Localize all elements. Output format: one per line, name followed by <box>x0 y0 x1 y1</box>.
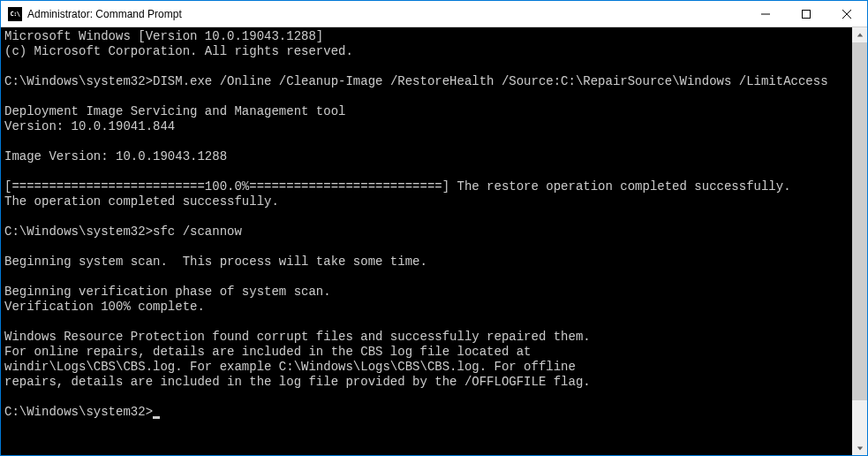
output-line <box>4 239 849 255</box>
output-line <box>4 134 849 149</box>
prompt-line: C:\Windows\system32>sfc /scannow <box>4 224 849 239</box>
app-icon: C:\ <box>8 7 22 21</box>
close-icon <box>842 10 851 19</box>
window-title: Administrator: Command Prompt <box>27 8 745 20</box>
console-wrapper: Microsoft Windows [Version 10.0.19043.12… <box>1 27 867 455</box>
output-line: Windows Resource Protection found corrup… <box>4 330 849 345</box>
close-button[interactable] <box>826 1 867 27</box>
scroll-down-button[interactable] <box>852 440 867 455</box>
svg-marker-5 <box>857 446 862 450</box>
output-line: Verification 100% complete. <box>4 300 849 315</box>
output-line: Microsoft Windows [Version 10.0.19043.12… <box>4 29 849 44</box>
output-line: Image Version: 10.0.19043.1288 <box>4 149 849 164</box>
titlebar: C:\ Administrator: Command Prompt <box>1 1 867 27</box>
output-line: Version: 10.0.19041.844 <box>4 119 849 134</box>
prompt-path: C:\Windows\system32> <box>4 224 153 239</box>
prompt-command: DISM.exe /Online /Cleanup-Image /Restore… <box>153 74 828 88</box>
console-output[interactable]: Microsoft Windows [Version 10.0.19043.12… <box>1 27 852 455</box>
vertical-scrollbar[interactable] <box>852 27 867 455</box>
window-controls <box>745 1 867 27</box>
scroll-up-button[interactable] <box>852 27 867 42</box>
output-line: Beginning verification phase of system s… <box>4 285 849 300</box>
prompt-path: C:\Windows\system32> <box>4 405 153 419</box>
prompt-line: C:\Windows\system32>DISM.exe /Online /Cl… <box>4 74 849 89</box>
output-line: repairs, details are included in the log… <box>4 375 849 390</box>
scrollbar-track[interactable] <box>852 42 867 440</box>
progress-line: [==========================100.0%=======… <box>4 179 849 194</box>
output-line <box>4 164 849 179</box>
minimize-button[interactable] <box>745 1 786 27</box>
output-line: Beginning system scan. This process will… <box>4 255 849 270</box>
maximize-icon <box>802 10 811 19</box>
svg-rect-1 <box>803 10 811 18</box>
chevron-up-icon <box>857 32 864 39</box>
output-line <box>4 59 849 74</box>
output-line <box>4 89 849 104</box>
output-line: (c) Microsoft Corporation. All rights re… <box>4 44 849 59</box>
chevron-down-icon <box>857 445 864 452</box>
output-line <box>4 315 849 330</box>
prompt-line: C:\Windows\system32> <box>4 405 849 420</box>
output-line: The operation completed successfully. <box>4 194 849 209</box>
output-line: Deployment Image Servicing and Managemen… <box>4 104 849 119</box>
output-line <box>4 209 849 224</box>
output-line: For online repairs, details are included… <box>4 345 849 360</box>
maximize-button[interactable] <box>786 1 826 27</box>
scrollbar-thumb[interactable] <box>852 42 867 400</box>
cursor <box>153 416 160 419</box>
minimize-icon <box>761 10 770 19</box>
output-line: windir\Logs\CBS\CBS.log. For example C:\… <box>4 360 849 375</box>
output-line <box>4 390 849 405</box>
prompt-command: sfc /scannow <box>153 224 242 239</box>
svg-marker-4 <box>857 33 862 36</box>
prompt-path: C:\Windows\system32> <box>4 74 153 88</box>
output-line <box>4 270 849 285</box>
